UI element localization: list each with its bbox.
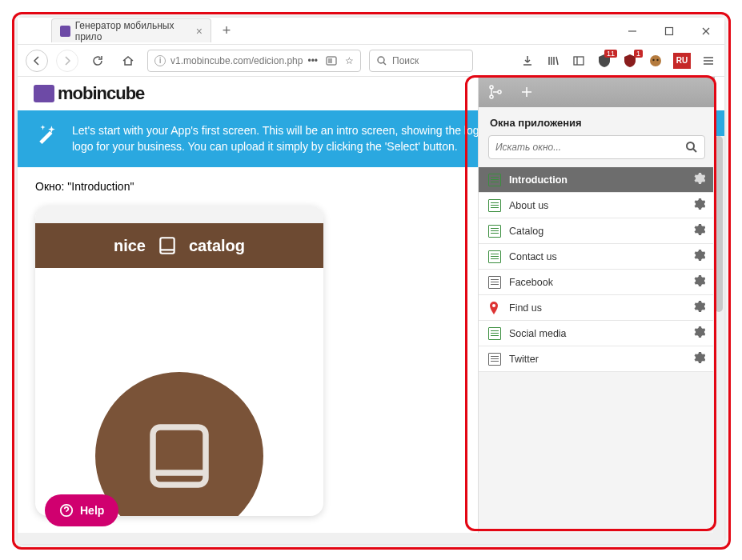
forward-button[interactable]: [56, 50, 78, 72]
windows-panel: Окна приложения IntroductionAbout usCata…: [478, 77, 715, 534]
book-icon: [157, 235, 178, 256]
gear-icon[interactable]: [692, 326, 705, 341]
tab-favicon: [60, 26, 70, 37]
page-actions-icon[interactable]: •••: [307, 55, 318, 66]
svg-rect-13: [153, 427, 206, 485]
page-icon: [488, 199, 501, 212]
screen-item[interactable]: Find us: [479, 295, 715, 321]
svg-point-11: [656, 58, 658, 60]
add-screen-icon[interactable]: [519, 84, 535, 100]
horizontal-scrollbar[interactable]: [18, 533, 713, 544]
screen-item[interactable]: Twitter: [479, 346, 715, 372]
gear-icon[interactable]: [692, 198, 705, 213]
bookmark-star-icon[interactable]: ☆: [345, 55, 354, 66]
page-icon: [488, 225, 501, 238]
adblock-badge: 11: [604, 50, 617, 58]
page-icon: [488, 174, 501, 186]
search-bar[interactable]: Поиск: [369, 50, 473, 72]
screen-label: Twitter: [509, 354, 539, 365]
screen-item[interactable]: About us: [479, 193, 715, 218]
sidebar-icon[interactable]: [571, 53, 587, 69]
site-info-icon[interactable]: i: [154, 55, 166, 66]
reader-icon[interactable]: [326, 55, 337, 66]
window-close-button[interactable]: [688, 18, 724, 44]
ublock-icon[interactable]: 1: [622, 53, 638, 69]
pin-icon: [488, 302, 501, 314]
screen-label: Contact us: [509, 251, 557, 262]
gear-icon[interactable]: [692, 172, 705, 187]
svg-rect-12: [160, 238, 174, 254]
gear-icon[interactable]: [692, 351, 705, 366]
phone-preview: nice catalog: [35, 206, 323, 516]
book-outline-icon: [143, 420, 215, 492]
panel-title: Окна приложения: [479, 107, 715, 135]
panel-search-input[interactable]: [495, 142, 685, 153]
tree-icon[interactable]: [488, 84, 504, 100]
hamburger-menu-icon[interactable]: [700, 53, 716, 69]
search-icon[interactable]: [685, 141, 698, 154]
phone-logo-circle[interactable]: [95, 372, 263, 516]
home-button[interactable]: [117, 50, 139, 72]
screen-label: Introduction: [509, 174, 568, 186]
svg-point-19: [687, 142, 694, 150]
svg-point-21: [492, 304, 495, 307]
adblock-icon[interactable]: 11: [596, 53, 612, 69]
mobincube-logo[interactable]: mobincube: [34, 83, 144, 104]
monkey-icon[interactable]: [648, 53, 664, 69]
new-tab-button[interactable]: +: [216, 20, 237, 41]
back-button[interactable]: [26, 50, 48, 72]
svg-rect-1: [666, 28, 673, 35]
page-icon: [488, 327, 501, 340]
ru-extension-icon[interactable]: RU: [673, 53, 691, 69]
svg-point-9: [650, 55, 661, 66]
gear-icon[interactable]: [692, 274, 705, 290]
screen-item[interactable]: Catalog: [479, 218, 715, 244]
browser-tab[interactable]: Генератор мобильных прило ×: [51, 18, 211, 42]
address-bar[interactable]: i v1.mobincube.com/edicion.php ••• ☆: [147, 50, 361, 72]
scroll-thumb[interactable]: [715, 136, 723, 312]
page-icon: [488, 250, 501, 263]
screen-label: Find us: [509, 302, 542, 314]
browser-toolbar: i v1.mobincube.com/edicion.php ••• ☆ Пои…: [18, 45, 724, 77]
screen-item[interactable]: Social media: [479, 321, 715, 346]
downloads-icon[interactable]: [519, 53, 535, 69]
panel-search[interactable]: [488, 135, 705, 159]
help-button[interactable]: Help: [45, 494, 118, 526]
page-icon: [488, 353, 501, 366]
svg-point-5: [378, 57, 384, 63]
tab-title: Генератор мобильных прило: [75, 20, 191, 42]
help-icon: [59, 503, 74, 518]
tab-close-icon[interactable]: ×: [196, 25, 203, 38]
gear-icon[interactable]: [692, 249, 705, 264]
url-text: v1.mobincube.com/edicion.php: [170, 55, 303, 66]
ublock-badge: 1: [634, 50, 643, 58]
vertical-scrollbar[interactable]: [713, 136, 724, 544]
reload-button[interactable]: [86, 50, 109, 72]
svg-point-16: [490, 86, 493, 89]
phone-header: nice catalog: [35, 223, 323, 268]
window-maximize-button[interactable]: [651, 18, 688, 44]
svg-point-17: [490, 95, 493, 98]
screen-label: Social media: [509, 328, 567, 339]
svg-point-10: [652, 58, 654, 60]
screen-item[interactable]: Contact us: [479, 244, 715, 270]
library-icon[interactable]: [545, 53, 561, 69]
wand-icon: [37, 123, 59, 154]
screen-item[interactable]: Introduction: [479, 167, 715, 193]
screen-label: Facebook: [509, 277, 553, 288]
svg-line-20: [693, 149, 696, 152]
search-placeholder: Поиск: [392, 55, 419, 66]
window-label: Окно: "Introduction": [35, 180, 134, 193]
phone-statusbar: [35, 206, 323, 223]
logo-text: mobincube: [58, 83, 144, 104]
screen-label: Catalog: [509, 226, 543, 237]
svg-point-18: [498, 90, 501, 94]
search-icon: [376, 55, 387, 66]
gear-icon[interactable]: [692, 300, 705, 315]
page-icon: [488, 276, 501, 289]
svg-rect-7: [574, 57, 584, 65]
gear-icon[interactable]: [692, 223, 705, 238]
screen-label: About us: [509, 200, 548, 211]
screen-item[interactable]: Facebook: [479, 270, 715, 295]
window-minimize-button[interactable]: [614, 18, 651, 44]
